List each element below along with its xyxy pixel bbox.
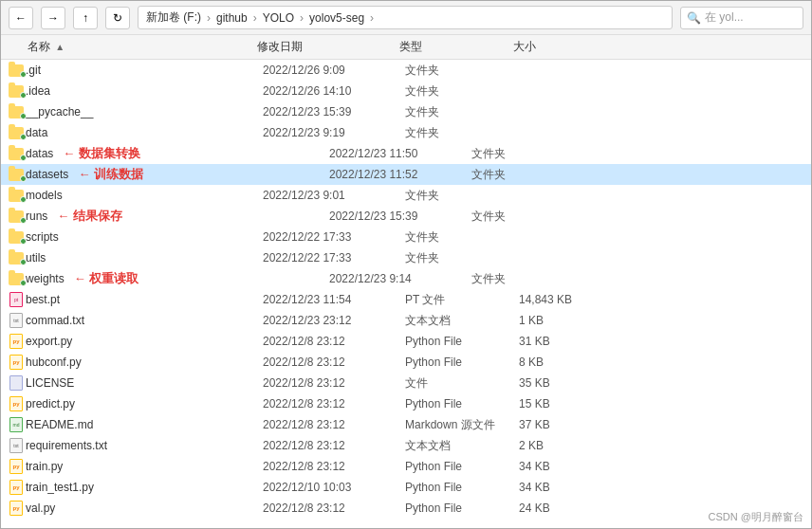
- folder-icon: [7, 167, 26, 182]
- annotation-label: ← 权重读取: [74, 270, 139, 287]
- refresh-button[interactable]: ↻: [105, 7, 130, 29]
- file-size: 15 KB: [519, 397, 614, 410]
- back-button[interactable]: ←: [9, 7, 33, 29]
- file-name: scripts: [26, 230, 263, 244]
- table-row[interactable]: datasets← 训练数据2022/12/23 11:52文件夹: [1, 164, 811, 185]
- file-modified: 2022/12/8 23:12: [263, 397, 405, 410]
- file-type: Python File: [405, 397, 519, 410]
- file-type: 文件夹: [471, 146, 585, 162]
- table-row[interactable]: .git2022/12/26 9:09文件夹: [1, 60, 811, 81]
- file-name: data: [26, 126, 263, 139]
- file-modified: 2022/12/8 23:12: [263, 460, 405, 473]
- file-modified: 2022/12/23 23:12: [263, 314, 405, 327]
- file-type: 文件夹: [405, 63, 519, 79]
- table-row[interactable]: models2022/12/23 9:01文件夹: [1, 185, 811, 206]
- table-row[interactable]: scripts2022/12/22 17:33文件夹: [1, 227, 811, 247]
- file-type: 文件夹: [405, 188, 519, 204]
- annotation-label: ← 训练数据: [78, 166, 143, 183]
- file-name: datasets← 训练数据: [26, 166, 329, 183]
- file-name: LICENSE: [26, 376, 263, 390]
- address-bar[interactable]: 新加卷 (F:) › github › YOLO › yolov5-seg ›: [138, 6, 673, 29]
- file-modified: 2022/12/8 23:12: [263, 502, 405, 515]
- table-row[interactable]: pytrain.py2022/12/8 23:12Python File34 K…: [1, 456, 811, 477]
- file-name: models: [26, 189, 263, 202]
- file-name: utils: [26, 251, 263, 264]
- python-file-icon: py: [7, 501, 26, 516]
- table-row[interactable]: pypredict.py2022/12/8 23:12Python File15…: [1, 393, 811, 414]
- python-file-icon: py: [7, 459, 26, 474]
- file-modified: 2022/12/23 11:50: [329, 147, 471, 160]
- table-row[interactable]: .idea2022/12/26 14:10文件夹: [1, 81, 811, 101]
- file-type: 文件夹: [471, 209, 585, 225]
- python-file-icon: py: [7, 396, 26, 411]
- file-type: 文件夹: [405, 83, 519, 100]
- file-modified: 2022/12/8 23:12: [263, 376, 405, 390]
- table-row[interactable]: __pycache__2022/12/23 15:39文件夹: [1, 101, 811, 122]
- search-placeholder: 在 yol...: [705, 9, 744, 26]
- table-row[interactable]: datas← 数据集转换2022/12/23 11:50文件夹: [1, 143, 811, 164]
- folder-icon: [7, 229, 26, 245]
- table-row[interactable]: LICENSE2022/12/8 23:12文件35 KB: [1, 373, 811, 393]
- folder-icon: [7, 63, 26, 78]
- table-row[interactable]: ptbest.pt2022/12/23 11:54PT 文件14,843 KB: [1, 289, 811, 310]
- folder-icon: [7, 83, 26, 99]
- file-modified: 2022/12/8 23:12: [263, 335, 405, 348]
- file-modified: 2022/12/23 11:54: [263, 293, 405, 306]
- file-name: .idea: [26, 84, 263, 98]
- table-row[interactable]: mdREADME.md2022/12/8 23:12Markdown 源文件37…: [1, 414, 811, 435]
- python-file-icon: py: [7, 480, 26, 495]
- table-row[interactable]: weights← 权重读取2022/12/23 9:14文件夹: [1, 268, 811, 289]
- file-modified: 2022/12/10 10:03: [263, 481, 405, 494]
- address-part-4: yolov5-seg: [309, 11, 364, 25]
- file-name: .git: [26, 64, 263, 77]
- col-header-modified[interactable]: 修改日期: [257, 39, 399, 55]
- col-header-type[interactable]: 类型: [399, 39, 513, 55]
- file-modified: 2022/12/22 17:33: [263, 230, 405, 244]
- file-name: train.py: [26, 460, 263, 473]
- file-name: train_test1.py: [26, 481, 263, 494]
- file-name: runs← 结果保存: [26, 208, 329, 225]
- table-row[interactable]: pyexport.py2022/12/8 23:12Python File31 …: [1, 331, 811, 352]
- annotation-label: ← 结果保存: [57, 208, 122, 225]
- file-type: Python File: [405, 460, 519, 473]
- table-row[interactable]: runs← 结果保存2022/12/23 15:39文件夹: [1, 206, 811, 227]
- file-modified: 2022/12/23 9:01: [263, 189, 405, 202]
- txt-file-icon: txt: [7, 313, 26, 328]
- file-name: requirements.txt: [26, 439, 263, 452]
- txt-file-icon: txt: [7, 438, 26, 453]
- table-row[interactable]: pytrain_test1.py2022/12/10 10:03Python F…: [1, 477, 811, 498]
- table-row[interactable]: pyval.py2022/12/8 23:12Python File24 KB: [1, 498, 811, 519]
- file-modified: 2022/12/23 15:39: [329, 210, 471, 223]
- search-box[interactable]: 🔍 在 yol...: [680, 7, 803, 29]
- file-type: 文本文档: [405, 438, 519, 454]
- address-part-1: 新加卷 (F:): [146, 9, 201, 26]
- col-header-name[interactable]: 名称 ▲: [1, 39, 257, 55]
- file-modified: 2022/12/23 15:39: [263, 105, 405, 119]
- file-type: 文件夹: [405, 125, 519, 141]
- forward-button[interactable]: →: [41, 7, 65, 29]
- file-type: 文本文档: [405, 313, 519, 329]
- file-type: 文件夹: [405, 229, 519, 246]
- table-row[interactable]: pyhubconf.py2022/12/8 23:12Python File8 …: [1, 352, 811, 373]
- folder-icon: [7, 125, 26, 140]
- file-name: commad.txt: [26, 314, 263, 327]
- file-name: README.md: [26, 418, 263, 431]
- file-name: export.py: [26, 335, 263, 348]
- file-type: Python File: [405, 502, 519, 515]
- file-modified: 2022/12/23 9:14: [329, 272, 471, 285]
- table-row[interactable]: txtrequirements.txt2022/12/8 23:12文本文档2 …: [1, 435, 811, 456]
- file-size: 37 KB: [519, 418, 614, 431]
- table-row[interactable]: data2022/12/23 9:19文件夹: [1, 122, 811, 143]
- file-name: val.py: [26, 502, 263, 515]
- file-name: weights← 权重读取: [26, 270, 329, 287]
- file-size: 14,843 KB: [519, 293, 614, 306]
- file-name: predict.py: [26, 397, 263, 410]
- col-header-size[interactable]: 大小: [513, 39, 608, 55]
- file-list-container: .git2022/12/26 9:09文件夹 .idea2022/12/26 1…: [1, 60, 811, 528]
- up-button[interactable]: ↑: [73, 7, 98, 29]
- table-row[interactable]: txtcommad.txt2022/12/23 23:12文本文档1 KB: [1, 310, 811, 331]
- file-modified: 2022/12/22 17:33: [263, 251, 405, 264]
- file-type: 文件: [405, 375, 519, 392]
- table-row[interactable]: utils2022/12/22 17:33文件夹: [1, 247, 811, 268]
- annotation-label: ← 数据集转换: [63, 145, 140, 162]
